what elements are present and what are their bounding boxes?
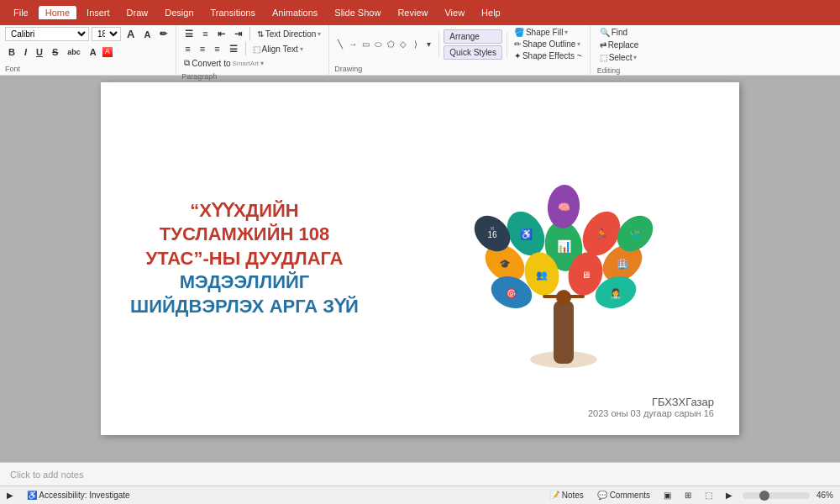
rect-shape-icon[interactable]: ▭ [360, 39, 371, 50]
svg-text:👩‍⚕️: 👩‍⚕️ [610, 287, 622, 299]
find-label: Find [612, 28, 627, 37]
svg-rect-1 [554, 301, 574, 364]
align-right-button[interactable]: ≡ [211, 43, 223, 55]
drawing-separator2 [507, 32, 507, 57]
justify-button[interactable]: ☰ [226, 43, 241, 55]
clear-format-button[interactable]: A [87, 46, 100, 58]
font-group-label: Font [5, 65, 171, 73]
title-line2: ТУСЛАМЖИЙН 108 [160, 223, 329, 244]
slide-canvas[interactable]: “ХҮҮХДИЙН ТУСЛАМЖИЙН 108 УТАС”-НЫ ДУУДЛА… [101, 82, 739, 435]
shape-fill-button[interactable]: 🪣 Shape Fill ▾ [512, 27, 585, 38]
oval-shape-icon[interactable]: ⬭ [372, 39, 384, 50]
ribbon-tab-bar: File Home Insert Draw Design Transitions… [0, 0, 840, 25]
separator2 [245, 42, 246, 55]
find-button[interactable]: 🔍 Find [597, 27, 659, 38]
bold-button[interactable]: B [5, 46, 18, 58]
arrow-shape-icon[interactable]: → [347, 39, 359, 50]
accessibility-icon: ♿ [27, 491, 37, 500]
paragraph-group-label: Paragraph [181, 72, 323, 81]
slide-sorter-button[interactable]: ⊞ [681, 490, 695, 501]
tab-file[interactable]: File [7, 6, 35, 19]
text-direction-button[interactable]: ⇅ Text Direction ▾ [255, 29, 324, 39]
numbering-button[interactable]: ≡ [199, 28, 211, 39]
tab-slideshow[interactable]: Slide Show [328, 6, 387, 19]
title-line3: УТАС”-НЫ ДУУДЛАГА [146, 248, 344, 269]
comments-label: Comments [610, 491, 650, 500]
indent-more-button[interactable]: ⇥ [231, 28, 245, 40]
shape-outline-chevron-icon: ▾ [577, 40, 580, 48]
format-painter-button[interactable]: ✏ [156, 28, 171, 40]
shape-effects-button[interactable]: ✦ Shape Effects ~ [512, 50, 585, 61]
more-shapes-icon[interactable]: ▾ [423, 39, 434, 50]
status-right: 📝 Notes 💬 Comments ▣ ⊞ ⬚ ▶ 46% [546, 490, 833, 501]
tab-review[interactable]: Review [391, 6, 434, 19]
slide-date: 2023 оны 03 дугаар сарын 16 [588, 408, 714, 418]
main-slide-area: “ХҮҮХДИЙН ТУСЛАМЖИЙН 108 УТАС”-НЫ ДУУДЛА… [0, 76, 840, 462]
quick-styles-button[interactable]: Quick Styles [444, 45, 502, 60]
arrange-quickstyles: Arrange Quick Styles [444, 29, 502, 60]
slide-number: ▶ [7, 491, 13, 500]
reading-view-button[interactable]: ⬚ [701, 490, 716, 501]
align-text-button[interactable]: ⬚ Align Text ▾ [250, 44, 306, 55]
increase-font-button[interactable]: A [123, 27, 138, 41]
tab-home[interactable]: Home [39, 6, 76, 19]
text-direction-label: Text Direction [265, 29, 317, 39]
strikethrough-button[interactable]: S [49, 46, 61, 58]
tab-transitions[interactable]: Transitions [204, 6, 262, 19]
paint-bucket-icon: 🪣 [514, 28, 524, 37]
indent-less-button[interactable]: ⇤ [214, 28, 228, 40]
zoom-level: 46% [816, 491, 833, 500]
font-name-select[interactable]: Calibri [5, 27, 89, 41]
select-icon: ⬚ [600, 53, 607, 62]
text-direction-icon: ⇅ [257, 29, 264, 39]
underline-button[interactable]: U [33, 46, 46, 58]
effects-icon: ✦ [514, 51, 521, 60]
arrange-button[interactable]: Arrange [444, 29, 502, 44]
shape-outline-button[interactable]: ✏ Shape Outline ▾ [512, 39, 585, 50]
tab-animations[interactable]: Animations [265, 6, 324, 19]
svg-text:🎯: 🎯 [506, 287, 517, 299]
pentagon-shape-icon[interactable]: ⬠ [385, 39, 396, 50]
decrease-font-button[interactable]: A [140, 29, 154, 40]
comments-button[interactable]: 💬 Comments [594, 490, 654, 501]
ribbon: File Home Insert Draw Design Transitions… [0, 0, 840, 76]
normal-view-button[interactable]: ▣ [660, 490, 675, 501]
align-left-button[interactable]: ≡ [181, 43, 193, 55]
shape-effects-label: Shape Effects ~ [522, 51, 582, 60]
slide-title-blue: МЭДЭЭЛЛИЙГ ШИЙДВЭРЛЭХ АРГА ЗҮЙ [126, 270, 363, 318]
svg-text:я: я [491, 224, 494, 232]
diamond-shape-icon[interactable]: ◇ [397, 39, 409, 50]
slide-illustration: 📊 ♿ 🎓 🏃 🏥 🎯 👩‍⚕️ [388, 124, 739, 393]
convert-to-button[interactable]: ⧉ Convert to SmartArt ▾ [181, 57, 266, 69]
notes-area[interactable]: Click to add notes [0, 462, 840, 486]
tab-draw[interactable]: Draw [120, 6, 155, 19]
select-label: Select [609, 53, 633, 62]
tab-insert[interactable]: Insert [80, 6, 117, 19]
chevron-shape-icon[interactable]: ⟩ [410, 39, 422, 50]
align-center-button[interactable]: ≡ [197, 43, 208, 55]
status-bar: ▶ ♿ Accessibility: Investigate 📝 Notes 💬… [0, 486, 840, 504]
replace-button[interactable]: ⇄ Replace [597, 39, 659, 50]
small-caps-button[interactable]: abc [64, 47, 84, 57]
tab-view[interactable]: View [438, 6, 471, 19]
accessibility-status[interactable]: ♿ Accessibility: Investigate [24, 490, 134, 501]
notes-placeholder: Click to add notes [10, 470, 83, 480]
notes-button[interactable]: 📝 Notes [546, 490, 587, 501]
svg-text:♿: ♿ [520, 228, 533, 240]
slideshow-button[interactable]: ▶ [722, 490, 736, 501]
slide-text-content: “ХҮҮХДИЙН ТУСЛАМЖИЙН 108 УТАС”-НЫ ДУУДЛА… [101, 182, 388, 336]
bullets-button[interactable]: ☰ [181, 28, 197, 40]
tab-design[interactable]: Design [158, 6, 200, 19]
select-button[interactable]: ⬚ Select ▾ [597, 52, 659, 63]
font-size-select[interactable]: 18 [92, 27, 121, 41]
italic-button[interactable]: I [21, 46, 30, 58]
separator [249, 27, 250, 40]
line-shape-icon[interactable]: ╲ [334, 39, 346, 50]
svg-text:🖥: 🖥 [581, 270, 591, 280]
drawing-separator [438, 32, 439, 57]
shape-outline-label: Shape Outline [522, 39, 575, 49]
replace-label: Replace [608, 40, 639, 50]
font-color-button[interactable]: A [102, 47, 113, 57]
tab-help[interactable]: Help [475, 6, 507, 19]
zoom-slider[interactable] [743, 492, 810, 499]
